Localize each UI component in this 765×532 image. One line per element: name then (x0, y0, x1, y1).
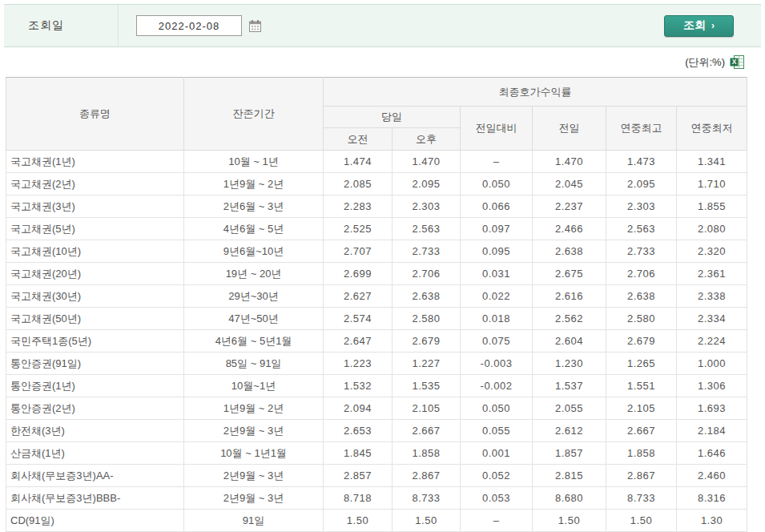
svg-text:X: X (731, 58, 736, 66)
cell-year-low: 1.646 (677, 442, 747, 465)
cell-year-low: 2.184 (677, 420, 747, 442)
cell-prev-day: 1.230 (533, 353, 606, 375)
cell-year-low: 2.080 (677, 218, 747, 240)
table-row: 국고채권(5년)4년6월 ~ 5년2.5252.5630.0972.4662.5… (6, 218, 747, 240)
cell-yield-pm: 2.638 (393, 285, 461, 308)
cell-yield-pm: 1.535 (393, 375, 461, 397)
cell-change: 0.018 (461, 308, 533, 330)
cell-change: 0.031 (461, 263, 533, 285)
cell-maturity: 1년9월 ~ 2년 (184, 173, 324, 195)
cell-bond-name: 국고채권(5년) (6, 218, 184, 240)
cell-yield-pm: 2.733 (393, 240, 461, 263)
cell-bond-name: 국고채권(2년) (6, 173, 184, 195)
cell-yield-pm: 2.706 (393, 263, 461, 285)
table-row: 회사채(무보증3년)AA-2년9월 ~ 3년2.8572.8670.0522.8… (6, 465, 747, 487)
cell-change: – (461, 151, 533, 173)
table-row: 통안증권(2년)1년9월 ~ 2년2.0942.1050.0502.0552.1… (6, 397, 747, 420)
table-row: 한전채(3년)2년9월 ~ 3년2.6532.6670.0552.6122.66… (6, 420, 747, 442)
cell-year-high: 2.667 (606, 420, 677, 442)
cell-prev-day: 2.675 (533, 263, 606, 285)
cell-year-low: 2.361 (677, 263, 747, 285)
cell-change: 0.066 (461, 195, 533, 218)
cell-bond-name: 국고채권(3년) (6, 195, 184, 218)
cell-yield-am: 2.653 (324, 420, 393, 442)
cell-year-low: 1.855 (677, 195, 747, 218)
table-row: 국고채권(20년)19년 ~ 20년2.6992.7060.0312.6752.… (6, 263, 747, 285)
header-yield-group: 최종호가수익률 (324, 78, 747, 107)
cell-maturity: 91일 (184, 510, 324, 532)
cell-bond-name: 통안증권(1년) (6, 375, 184, 397)
bar-divider (118, 5, 119, 46)
cell-change: 0.095 (461, 240, 533, 263)
table-row: CD(91일)91일1.501.50–1.501.501.30 (6, 510, 747, 532)
cell-prev-day: 1.857 (533, 442, 606, 465)
cell-yield-am: 2.647 (324, 330, 393, 353)
cell-yield-pm: 1.50 (393, 510, 461, 532)
header-year-low: 연중최저 (677, 107, 747, 151)
cell-prev-day: 2.466 (533, 218, 606, 240)
cell-yield-am: 2.857 (324, 465, 393, 487)
cell-yield-pm: 1.858 (393, 442, 461, 465)
cell-prev-day: 2.638 (533, 240, 606, 263)
cell-year-high: 2.733 (606, 240, 677, 263)
header-vs-prev: 전일대비 (461, 107, 533, 151)
cell-year-low: 2.460 (677, 465, 747, 487)
table-row: 국고채권(30년)29년~30년2.6272.6380.0222.6162.63… (6, 285, 747, 308)
cell-year-high: 1.265 (606, 353, 677, 375)
cell-change: 0.053 (461, 487, 533, 510)
cell-maturity: 19년 ~ 20년 (184, 263, 324, 285)
cell-bond-name: 회사채(무보증3년)BBB- (6, 487, 184, 510)
cell-year-high: 1.858 (606, 442, 677, 465)
cell-prev-day: 8.680 (533, 487, 606, 510)
cell-yield-pm: 2.563 (393, 218, 461, 240)
cell-maturity: 10월 ~ 1년 (184, 151, 324, 173)
cell-year-low: 1.710 (677, 173, 747, 195)
cell-change: 0.022 (461, 285, 533, 308)
cell-yield-pm: 2.303 (393, 195, 461, 218)
cell-prev-day: 2.562 (533, 308, 606, 330)
cell-prev-day: 1.537 (533, 375, 606, 397)
header-morning: 오전 (324, 128, 393, 151)
table-row: 국고채권(3년)2년6월 ~ 3년2.2832.3030.0662.2372.3… (6, 195, 747, 218)
chevron-right-icon: › (711, 20, 715, 31)
cell-change: -0.003 (461, 353, 533, 375)
table-row: 국고채권(50년)47년~50년2.5742.5800.0182.5622.58… (6, 308, 747, 330)
cell-bond-name: 통안증권(2년) (6, 397, 184, 420)
cell-bond-name: 통안증권(91일) (6, 353, 184, 375)
date-label: 조회일 (4, 18, 118, 33)
cell-maturity: 2년9월 ~ 3년 (184, 420, 324, 442)
cell-prev-day: 2.616 (533, 285, 606, 308)
cell-bond-name: 산금채(1년) (6, 442, 184, 465)
cell-yield-pm: 1.470 (393, 151, 461, 173)
cell-yield-pm: 1.227 (393, 353, 461, 375)
cell-yield-am: 2.627 (324, 285, 393, 308)
cell-change: 0.097 (461, 218, 533, 240)
cell-change: -0.002 (461, 375, 533, 397)
cell-yield-am: 8.718 (324, 487, 393, 510)
search-button[interactable]: 조회 › (664, 15, 734, 37)
cell-yield-am: 2.707 (324, 240, 393, 263)
cell-maturity: 2년9월 ~ 3년 (184, 487, 324, 510)
cell-maturity: 1년9월 ~ 2년 (184, 397, 324, 420)
cell-prev-day: 2.045 (533, 173, 606, 195)
cell-bond-name: 국고채권(20년) (6, 263, 184, 285)
cell-bond-name: 국민주택1종(5년) (6, 330, 184, 353)
excel-download-icon[interactable]: X (729, 54, 745, 71)
cell-maturity: 29년~30년 (184, 285, 324, 308)
table-row: 통안증권(91일)85일 ~ 91일1.2231.227-0.0031.2301… (6, 353, 747, 375)
header-today: 당일 (324, 107, 461, 128)
table-row: 통안증권(1년)10월~1년1.5321.535-0.0021.5371.551… (6, 375, 747, 397)
cell-bond-name: 회사채(무보증3년)AA- (6, 465, 184, 487)
table-row: 산금채(1년)10월 ~ 1년1월1.8451.8580.0011.8571.8… (6, 442, 747, 465)
cell-yield-am: 2.525 (324, 218, 393, 240)
cell-year-high: 2.638 (606, 285, 677, 308)
cell-yield-pm: 2.105 (393, 397, 461, 420)
cell-prev-day: 2.815 (533, 465, 606, 487)
cell-maturity: 2년9월 ~ 3년 (184, 465, 324, 487)
yield-table: 종류명 잔존기간 최종호가수익률 당일 전일대비 전일 연중최고 연중최저 오전… (6, 77, 747, 532)
calendar-icon[interactable] (247, 18, 263, 34)
date-input[interactable] (136, 15, 242, 36)
cell-change: 0.052 (461, 465, 533, 487)
unit-label: (단위:%) (685, 55, 725, 70)
cell-maturity: 85일 ~ 91일 (184, 353, 324, 375)
